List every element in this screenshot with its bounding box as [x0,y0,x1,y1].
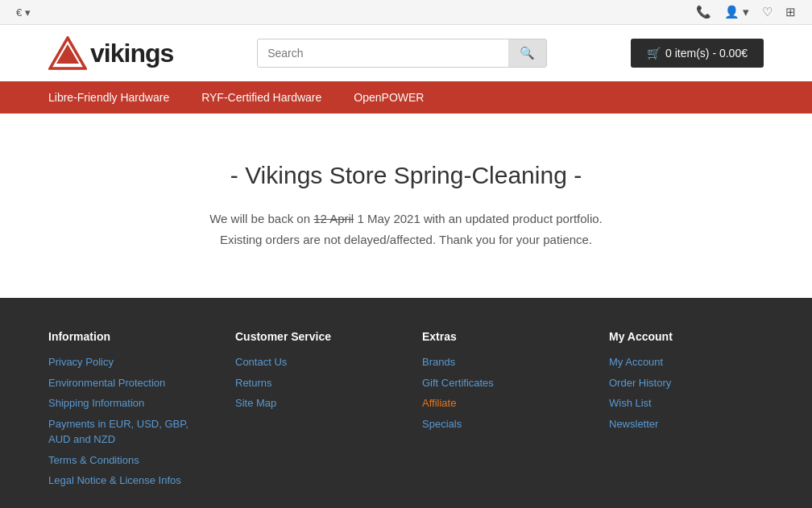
paragraph-part1: We will be back on [209,212,313,225]
footer-heading-my-account: My Account [609,330,764,343]
wishlist-icon[interactable]: ♡ [762,5,773,19]
footer-heading-extras: Extras [422,330,577,343]
footer-link-wish-list[interactable]: Wish List [609,395,764,411]
footer-link-newsletter[interactable]: Newsletter [609,416,764,432]
footer-link-returns[interactable]: Returns [235,375,390,391]
currency-selector[interactable]: € ▾ [16,6,31,19]
footer-heading-information: Information [48,330,203,343]
footer-link-payments[interactable]: Payments in EUR, USD, GBP, AUD and NZD [48,416,203,448]
main-title: - Vikings Store Spring-Cleaning - [16,162,796,189]
search-bar: 🔍 [257,39,547,68]
currency-arrow: ▾ [25,6,31,19]
main-paragraph: We will be back on 12 April 1 May 2021 w… [16,209,796,250]
nav-ryf-hardware[interactable]: RYF-Certified Hardware [185,81,338,114]
footer-link-specials[interactable]: Specials [422,416,577,432]
cart-button[interactable]: 🛒 0 item(s) - 0.00€ [631,39,764,68]
phone-icon[interactable]: 📞 [696,5,711,19]
footer-link-privacy[interactable]: Privacy Policy [48,354,203,370]
search-button[interactable]: 🔍 [508,39,546,67]
top-bar-icons: 📞 👤 ▾ ♡ ⊞ [696,5,796,19]
nav-libre-hardware[interactable]: Libre-Friendly Hardware [48,81,185,114]
footer-link-sitemap[interactable]: Site Map [235,395,390,411]
logo[interactable]: vikings [48,36,173,70]
footer-link-gift-certificates[interactable]: Gift Certificates [422,375,577,391]
top-bar: € ▾ 📞 👤 ▾ ♡ ⊞ [0,0,812,25]
cart-icon: 🛒 [647,47,661,60]
strikethrough-date: 12 April [313,212,354,225]
footer-link-my-account[interactable]: My Account [609,354,764,370]
cart-label: 0 item(s) - 0.00€ [665,47,748,60]
footer-link-shipping[interactable]: Shipping Information [48,395,203,411]
footer-heading-customer-service: Customer Service [235,330,390,343]
footer-link-affiliate[interactable]: Affiliate [422,395,577,411]
footer-link-contact[interactable]: Contact Us [235,354,390,370]
footer-columns: Information Privacy Policy Environmental… [48,330,764,494]
footer-link-order-history[interactable]: Order History [609,375,764,391]
logo-text: vikings [90,39,173,68]
nav-openpower[interactable]: OpenPOWER [338,81,440,114]
paragraph-part3: Existing orders are not delayed/affected… [220,233,592,246]
account-icon[interactable]: 👤 ▾ [724,5,749,19]
footer-link-environmental[interactable]: Environmental Protection [48,375,203,391]
compare-icon[interactable]: ⊞ [785,5,796,19]
currency-label: € [16,6,22,19]
footer-col-information: Information Privacy Policy Environmental… [48,330,203,494]
paragraph-part2: 1 May 2021 with an updated product portf… [354,212,603,225]
footer-col-extras: Extras Brands Gift Certificates Affiliat… [422,330,577,494]
main-content: - Vikings Store Spring-Cleaning - We wil… [0,114,812,298]
logo-icon [48,36,87,70]
footer-link-legal[interactable]: Legal Notice & License Infos [48,473,203,489]
footer-link-terms[interactable]: Terms & Conditions [48,452,203,469]
footer-col-my-account: My Account My Account Order History Wish… [609,330,764,494]
footer: Information Privacy Policy Environmental… [0,298,812,508]
main-nav: Libre-Friendly Hardware RYF-Certified Ha… [0,81,812,114]
search-input[interactable] [258,40,508,66]
footer-link-brands[interactable]: Brands [422,354,577,370]
footer-col-customer-service: Customer Service Contact Us Returns Site… [235,330,390,494]
header: vikings 🔍 🛒 0 item(s) - 0.00€ [0,25,812,81]
